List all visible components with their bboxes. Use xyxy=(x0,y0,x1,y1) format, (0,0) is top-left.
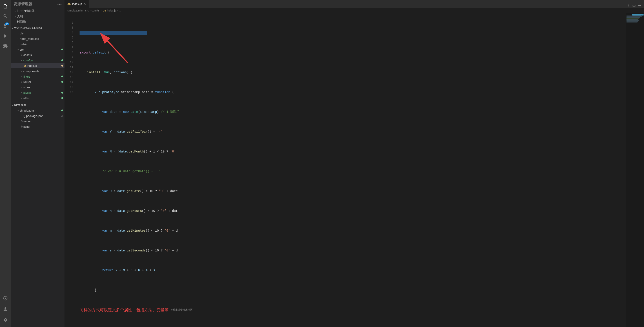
tab-close-icon[interactable]: ✕ xyxy=(83,2,86,6)
line-num-8: 8 xyxy=(65,50,73,55)
token: M xyxy=(110,149,112,154)
tab-js-icon: JS xyxy=(68,2,71,6)
breadcrumb-simpleadmin[interactable]: simpleadmin xyxy=(68,9,82,12)
chevron-right-icon: › xyxy=(20,69,23,73)
chevron-right-icon: › xyxy=(20,91,23,95)
source-control-icon[interactable]: 14 xyxy=(1,22,10,31)
code-line-9: var D = date.getDate() < 10 ? "0" + date xyxy=(80,189,626,194)
token: . xyxy=(125,129,127,134)
sidebar-item-router[interactable]: › router xyxy=(11,79,64,85)
sidebar-item-node-modules[interactable]: › node_modules xyxy=(11,36,64,41)
sidebar-item-outline[interactable]: › 大纲 xyxy=(11,14,64,19)
more-button[interactable]: ••• xyxy=(57,2,62,6)
sidebar-item-src[interactable]: ∨ src xyxy=(11,47,64,52)
run-icon[interactable] xyxy=(1,32,10,41)
layout-icon[interactable]: ▭ xyxy=(632,3,636,8)
src-dot xyxy=(61,49,63,50)
token: '0' xyxy=(170,149,176,154)
sidebar-item-package-json[interactable]: {} {} package.json M xyxy=(11,113,64,119)
token: var xyxy=(102,228,110,233)
code-editor[interactable]: 2 3 4 5 6 7 8 9 10 11 12 13 14 15 16 xyxy=(65,13,644,327)
workspace-section[interactable]: ∨ WORKSPACE (工作区) xyxy=(11,25,64,31)
extensions-icon[interactable] xyxy=(1,41,10,50)
token: = ( xyxy=(112,149,119,154)
sidebar-item-components[interactable]: › components xyxy=(11,68,64,74)
line-num-7: 7 xyxy=(65,45,73,50)
comfun-label: comfun xyxy=(23,59,61,62)
token: . xyxy=(125,208,127,213)
index-js-label: index.js xyxy=(27,64,61,68)
settings-icon[interactable] xyxy=(1,315,10,324)
remote-icon[interactable] xyxy=(1,294,10,303)
svg-point-2 xyxy=(5,298,6,299)
line-num-11: 11 xyxy=(65,65,73,70)
sidebar: 资源管理器 ••• › 打开的编辑器 › 大纲 › 时间线 ∨ WORKSPAC… xyxy=(11,0,65,327)
token: options xyxy=(114,70,127,75)
token: () + xyxy=(148,129,157,134)
sidebar-item-filters[interactable]: › filters xyxy=(11,74,64,79)
code-line-14: } xyxy=(80,288,626,292)
serve-label: serve xyxy=(23,120,64,123)
line-num-13: 13 xyxy=(65,75,73,80)
account-icon[interactable] xyxy=(1,304,10,313)
token: date xyxy=(117,228,125,233)
breadcrumb-comfun[interactable]: comfun xyxy=(92,9,100,12)
sidebar-item-index-js[interactable]: JS index.js xyxy=(11,63,64,68)
chevron-down-icon: ∨ xyxy=(12,27,14,29)
sidebar-item-timeline[interactable]: › 时间线 xyxy=(11,19,64,25)
token: D xyxy=(110,189,112,194)
token: + dat xyxy=(166,208,178,213)
minimap xyxy=(626,13,644,327)
breadcrumb-ellipsis[interactable]: ... xyxy=(119,9,121,12)
code-line-10: var h = date.getHours() < 10 ? '0' + dat xyxy=(80,208,626,213)
sidebar-item-assets[interactable]: › assets xyxy=(11,52,64,58)
token xyxy=(80,248,102,253)
token: + d xyxy=(170,248,178,253)
breadcrumb-indexjs[interactable]: index.js xyxy=(107,9,116,12)
store-label: store xyxy=(23,86,64,89)
tab-index-js[interactable]: JS index.js ✕ xyxy=(65,0,89,8)
sidebar-item-styles[interactable]: › styles xyxy=(11,90,64,95)
token: new xyxy=(123,110,130,115)
chevron-down-icon: ∨ xyxy=(12,104,14,106)
sidebar-item-dist[interactable]: › dist xyxy=(11,31,64,36)
sidebar-item-comfun[interactable]: ∨ comfun xyxy=(11,58,64,63)
token: '-' xyxy=(157,129,163,134)
script-icon2: ⚙ xyxy=(20,125,23,128)
token: = xyxy=(112,189,117,194)
sidebar-item-utils[interactable]: › utils xyxy=(11,95,64,101)
token: + xyxy=(148,268,153,273)
token: . xyxy=(125,248,127,253)
sidebar-item-serve[interactable]: ⚙ serve xyxy=(11,119,64,124)
more-actions-icon[interactable]: ••• xyxy=(638,4,641,8)
token: var xyxy=(102,110,110,115)
token: timestamp xyxy=(140,110,157,115)
code-line-8: // var D = date.getDate() + ' ' xyxy=(80,169,626,174)
sidebar-item-simpleadmin[interactable]: ∨ simpleadmin xyxy=(11,108,64,113)
sidebar-item-public[interactable]: › public xyxy=(11,41,64,47)
breadcrumb-js-icon: JS xyxy=(103,9,106,12)
code-lines: export default { install (Vue, options) … xyxy=(76,13,626,327)
token: = xyxy=(112,228,117,233)
assets-label: assets xyxy=(23,53,64,57)
token: ) xyxy=(157,110,161,115)
token xyxy=(80,149,102,154)
token xyxy=(80,169,102,174)
code-line-2: export default { xyxy=(80,50,626,55)
line-num-10: 10 xyxy=(65,60,73,65)
code-line-13: return Y + M + D + h + m + s xyxy=(80,268,626,273)
chevron-right-icon: › xyxy=(20,80,23,84)
split-editor-icon[interactable]: ⋮⋮ xyxy=(623,3,630,8)
npm-section[interactable]: ∨ NPM 脚本 xyxy=(11,102,64,108)
breadcrumb-src[interactable]: src xyxy=(85,9,89,12)
token: date xyxy=(119,149,127,154)
sidebar-item-open-editors[interactable]: › 打开的编辑器 xyxy=(11,8,64,14)
sidebar-item-build[interactable]: ⚙ build xyxy=(11,124,64,129)
sidebar-item-store[interactable]: › store xyxy=(11,85,64,90)
line-num-3: 3 xyxy=(65,26,73,30)
styles-label: styles xyxy=(23,91,61,95)
files-icon[interactable] xyxy=(1,2,10,11)
token: "0" xyxy=(159,189,164,194)
search-icon[interactable] xyxy=(1,12,10,21)
code-line-15: 同样的方式可以定义多个属性，包括方法、变量等 ©桩土掘金技术社区 xyxy=(80,307,626,312)
